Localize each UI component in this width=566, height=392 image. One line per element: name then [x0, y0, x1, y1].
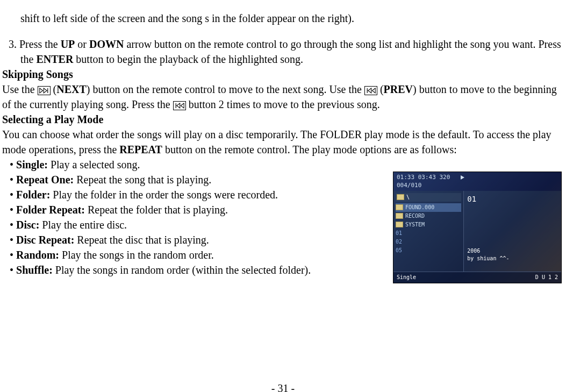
svg-marker-8: [181, 103, 184, 108]
shot-folder-item: RECORD: [396, 212, 461, 220]
mode-folder-label: Folder:: [16, 189, 50, 201]
mode-folder-repeat-desc: Repeat the folder that is playing.: [85, 204, 228, 216]
shot-folder-item: SYSTEM: [396, 220, 461, 229]
step-3-enter: ENTER: [36, 53, 73, 65]
step-3-down: DOWN: [89, 38, 124, 50]
prev-track-icon-2: [173, 101, 186, 110]
mode-shuffle-label: Shuffle:: [16, 264, 53, 276]
mode-folder-repeat-label: Folder Repeat:: [16, 204, 85, 216]
mode-single-label: Single:: [16, 159, 48, 170]
shot-folder-item: 01: [396, 229, 461, 238]
skip-p1: Use the: [2, 83, 38, 95]
shot-footer: Single D U 1 2: [393, 272, 561, 283]
step-3-m1: or: [75, 38, 89, 50]
skip-p3: ) button on the remote control to move t…: [87, 83, 364, 95]
skip-p6: button 2 times to move to the previous s…: [186, 98, 380, 110]
svg-marker-0: [39, 88, 42, 93]
step-3-up: UP: [61, 38, 75, 50]
svg-marker-4: [368, 88, 371, 93]
shot-folder-pane: \ FOUND.000RECORDSYSTEM010205: [393, 191, 464, 272]
shot-right-line1: 01: [467, 194, 558, 205]
play-icon: [461, 175, 464, 180]
step-3-prefix: 3. Press the: [9, 38, 61, 50]
shot-root-path: \: [396, 193, 461, 202]
mode-disc-repeat-desc: Repeat the disc that is playing.: [74, 234, 209, 246]
step-3: 3. Press the UP or DOWN arrow button on …: [2, 37, 564, 67]
shot-track-count: 004/010: [397, 181, 558, 189]
mode-single: Single: Play a selected song.: [10, 157, 564, 172]
skipping-songs-paragraph: Use the (NEXT) button on the remote cont…: [2, 82, 564, 112]
play-mode-paragraph: You can choose what order the songs will…: [2, 127, 564, 157]
shot-folder-item: 02: [396, 238, 461, 246]
player-screenshot: 01:33 03:43 320 004/010 \ FOUND.000RECOR…: [393, 172, 562, 283]
skip-next-label: NEXT: [56, 83, 87, 95]
mode-p2: button on the remote control. The play m…: [162, 144, 457, 155]
svg-marker-1: [44, 88, 47, 93]
mode-single-desc: Play a selected song.: [48, 159, 140, 170]
shot-header: 01:33 03:43 320 004/010: [393, 172, 561, 191]
shot-time-bitrate: 01:33 03:43 320: [397, 174, 450, 181]
shot-playmode-indicator: Single: [397, 274, 416, 281]
shot-info-pane: 01 2006 by shiuan ^^-: [464, 191, 561, 272]
next-track-icon: [38, 86, 51, 95]
mode-repeat-label: REPEAT: [119, 144, 162, 155]
shot-right-line2: 2006: [467, 247, 558, 255]
mode-folder-desc: Play the folder in the order the songs w…: [50, 189, 278, 201]
step-3-m3: button to begin the playback of the high…: [73, 53, 303, 65]
shot-folder-item: 05: [396, 246, 461, 255]
skip-prev-label: PREV: [384, 83, 413, 95]
skip-p4: (: [377, 83, 384, 95]
mode-disc-repeat-label: Disc Repeat:: [16, 234, 74, 246]
intro-continuation: shift to left side of the screen and the…: [2, 11, 564, 26]
shot-footer-right: D U 1 2: [535, 274, 558, 281]
svg-marker-7: [176, 103, 180, 108]
svg-marker-5: [372, 88, 375, 93]
mode-disc-label: Disc:: [16, 219, 39, 231]
prev-track-icon: [364, 86, 377, 95]
mode-repeat-one-desc: Repeat the song that is playing.: [74, 174, 211, 186]
mode-disc-desc: Play the entire disc.: [39, 219, 127, 231]
skip-p2: (: [51, 83, 57, 95]
folder-icon: [397, 194, 404, 200]
mode-random-desc: Play the songs in the random order.: [59, 249, 214, 261]
mode-random-label: Random:: [16, 249, 59, 261]
mode-repeat-one-label: Repeat One:: [16, 174, 74, 186]
shot-right-line3: by shiuan ^^-: [467, 255, 558, 262]
heading-play-mode: Selecting a Play Mode: [2, 112, 564, 127]
shot-folder-item: FOUND.000: [396, 203, 461, 212]
mode-shuffle-desc: Play the songs in random order (within t…: [53, 264, 311, 276]
page-number: - 31 -: [2, 381, 564, 392]
heading-skipping-songs: Skipping Songs: [2, 67, 564, 82]
shot-root-label: \: [406, 194, 410, 200]
